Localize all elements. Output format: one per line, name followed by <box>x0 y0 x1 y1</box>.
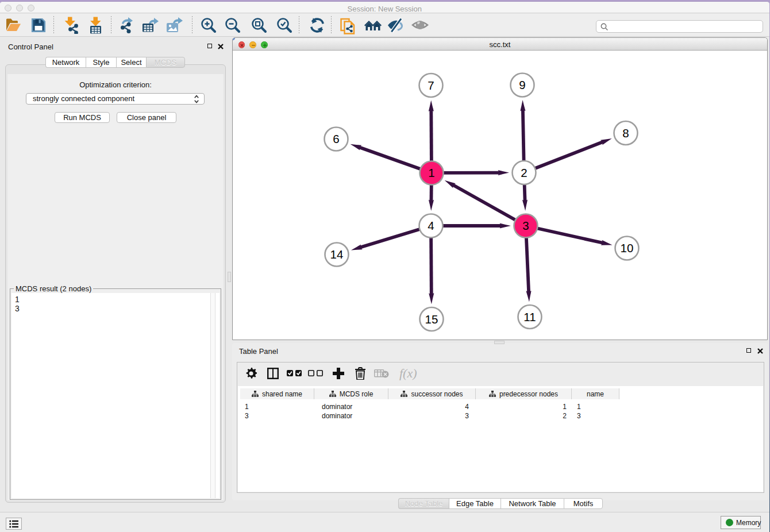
svg-text:2: 2 <box>521 166 527 179</box>
svg-text:3: 3 <box>522 219 529 232</box>
svg-text:1: 1 <box>428 166 434 179</box>
svg-text:4: 4 <box>428 219 434 232</box>
svg-text:7: 7 <box>428 79 434 92</box>
svg-text:6: 6 <box>333 132 339 145</box>
svg-text:10: 10 <box>621 241 634 255</box>
svg-text:8: 8 <box>622 126 629 140</box>
svg-text:14: 14 <box>330 248 344 261</box>
svg-text:9: 9 <box>519 78 525 91</box>
svg-text:15: 15 <box>425 313 438 326</box>
svg-text:11: 11 <box>523 310 536 323</box>
